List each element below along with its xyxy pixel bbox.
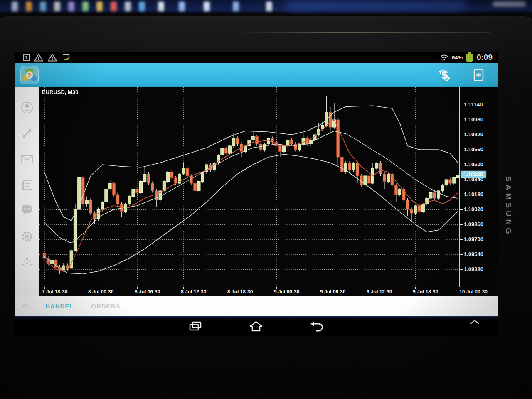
home-button[interactable]	[247, 319, 265, 334]
notification-count-icon[interactable]: 1	[23, 54, 30, 61]
warning-icon	[34, 53, 44, 62]
time-tick-label: 9 Jul 00:30	[274, 289, 299, 295]
price-tick-label: 1.11140	[464, 101, 483, 108]
time-axis[interactable]: 7 Jul 18:308 Jul 00:308 Jul 06:308 Jul 1…	[39, 287, 498, 296]
current-price-badge: 1.10388	[461, 171, 486, 178]
battery-icon	[466, 54, 473, 62]
price-tick-label: 1.10500	[464, 161, 483, 167]
time-tick-label: 9 Jul 18:30	[413, 289, 438, 295]
left-sidebar	[15, 87, 39, 296]
background-monitor-blur	[0, 0, 532, 14]
trade-arrows-icon	[20, 127, 34, 140]
svg-text:5: 5	[28, 72, 31, 78]
trade-dollar-icon[interactable]: $	[437, 68, 453, 83]
bezel-highlight	[240, 32, 490, 33]
price-axis-tick	[460, 209, 463, 210]
community-dots-icon	[20, 256, 34, 268]
time-tick-label: 8 Jul 06:30	[135, 289, 160, 295]
samsung-logo: SAMSUNG	[504, 176, 513, 237]
app-header: 5 $	[15, 63, 498, 87]
time-tick-label: 8 Jul 00:30	[88, 289, 113, 295]
price-axis-tick	[460, 269, 463, 270]
tablet-screen: 1 64% 0	[15, 52, 498, 336]
back-icon	[309, 320, 324, 332]
time-tick-label: 8 Jul 18:30	[227, 289, 253, 295]
news-icon	[20, 179, 34, 191]
gear-icon	[20, 230, 34, 243]
time-tick-label: 9 Jul 06:30	[320, 289, 345, 295]
price-axis-tick	[460, 120, 463, 120]
price-axis-tick	[460, 105, 463, 105]
sidebar-item-mail[interactable]	[15, 146, 39, 172]
sidebar-item-messages[interactable]	[15, 198, 39, 224]
price-axis-tick	[460, 180, 463, 180]
price-tick-label: 1.09380	[464, 266, 483, 272]
sidebar-item-community[interactable]	[15, 249, 39, 275]
price-tick-label: 1.09860	[464, 221, 483, 227]
price-tick-label: 1.10660	[464, 146, 483, 153]
price-axis-tick	[460, 165, 463, 165]
price-axis-tick	[460, 239, 463, 240]
chart-plot-area[interactable]: EURUSD, M30	[39, 87, 459, 287]
price-tick-label: 1.09700	[464, 236, 483, 242]
warning-icon	[47, 53, 57, 62]
price-axis-tick	[460, 254, 463, 255]
sidebar-item-settings[interactable]	[15, 224, 39, 249]
android-status-bar: 1 64% 0	[15, 52, 498, 63]
recent-apps-button[interactable]	[186, 319, 204, 334]
bottom-tab-strip: HANDEL ORDERS	[15, 296, 498, 316]
screenshot-icon	[61, 53, 72, 62]
chevron-up-icon	[469, 319, 480, 325]
price-axis-tick	[460, 224, 463, 225]
price-tick-label: 1.10820	[464, 131, 483, 138]
mt5-logo[interactable]: 5	[20, 66, 39, 84]
android-nav-bar	[15, 316, 498, 336]
battery-percent-label: 64%	[452, 54, 463, 61]
account-person-icon	[20, 101, 34, 114]
sidebar-item-accounts[interactable]	[15, 95, 39, 121]
time-tick-label: 7 Jul 18:30	[42, 289, 67, 295]
chat-bubble-icon	[20, 204, 34, 217]
price-tick-label: 1.10980	[464, 116, 483, 123]
price-axis-tick	[460, 135, 463, 135]
sidebar-item-news[interactable]	[15, 172, 39, 198]
time-tick-label: 10 Jul 00:30	[459, 289, 488, 295]
wifi-data-icon	[440, 53, 449, 62]
tray-toggle-button[interactable]	[469, 319, 480, 327]
time-tick-label: 8 Jul 12:30	[181, 289, 206, 295]
new-order-icon[interactable]	[473, 68, 485, 82]
collapse-chevron-icon[interactable]	[21, 304, 28, 308]
price-axis-tick	[460, 150, 463, 150]
clock-label: 0:09	[477, 53, 493, 62]
back-button[interactable]	[308, 319, 326, 334]
tab-orders[interactable]: ORDERS	[91, 303, 121, 310]
price-tick-label: 1.10180	[464, 191, 483, 197]
home-icon	[249, 320, 264, 332]
chart-symbol-label: EURUSD, M30	[42, 89, 78, 95]
price-tick-label: 1.10020	[464, 206, 483, 212]
recent-apps-icon	[188, 320, 202, 332]
mail-icon	[20, 154, 34, 165]
sidebar-item-trade[interactable]	[15, 121, 39, 146]
tab-handel[interactable]: HANDEL	[45, 303, 74, 310]
chart-region: EURUSD, M30 1.10388 1.111401.109801.1082…	[39, 87, 498, 296]
price-axis[interactable]: 1.10388 1.111401.109801.108201.106601.10…	[459, 87, 498, 287]
price-axis-tick	[460, 195, 463, 195]
time-tick-label: 9 Jul 12:30	[367, 289, 392, 295]
price-tick-label: 1.09540	[464, 251, 483, 257]
candlestick-chart-canvas[interactable]	[39, 87, 459, 287]
